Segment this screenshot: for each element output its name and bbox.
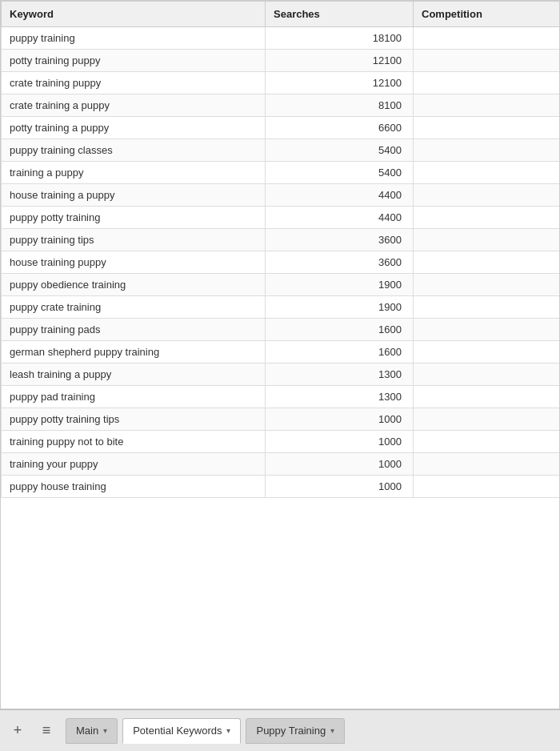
cell-searches: 1900 [266, 296, 414, 319]
cell-competition [414, 274, 561, 296]
header-searches: Searches [266, 2, 414, 27]
tab-puppy-training[interactable]: Puppy Training ▾ [246, 718, 345, 744]
cell-searches: 1300 [266, 363, 414, 386]
table-row: puppy pad training1300 [2, 386, 561, 408]
tab-bar: + ≡ Main ▾ Potential Keywords ▾ Puppy Tr… [0, 709, 560, 751]
cell-searches: 1900 [266, 274, 414, 296]
cell-keyword: potty training puppy [2, 50, 266, 72]
cell-competition [414, 319, 561, 341]
tab-main-arrow: ▾ [103, 726, 107, 735]
cell-searches: 1600 [266, 341, 414, 363]
cell-competition [414, 162, 561, 184]
header-competition: Competition [414, 2, 561, 27]
table-row: puppy training18100 [2, 27, 561, 50]
table-row: potty training a puppy6600 [2, 117, 561, 139]
cell-searches: 1600 [266, 319, 414, 341]
tab-puppy-training-label: Puppy Training [256, 725, 326, 737]
cell-keyword: puppy training classes [2, 139, 266, 162]
cell-searches: 1000 [266, 431, 414, 453]
cell-competition [414, 117, 561, 139]
cell-competition [414, 431, 561, 453]
cell-competition [414, 229, 561, 251]
table-row: house training a puppy4400 [2, 184, 561, 207]
sheet-menu-button[interactable]: ≡ [35, 720, 58, 742]
cell-keyword: german shepherd puppy training [2, 341, 266, 363]
cell-competition [414, 72, 561, 94]
table-row: puppy house training1000 [2, 476, 561, 498]
spreadsheet: Keyword Searches Competition puppy train… [0, 0, 560, 709]
table-row: crate training puppy12100 [2, 72, 561, 94]
cell-searches: 1000 [266, 476, 414, 498]
cell-competition [414, 341, 561, 363]
tab-potential-keywords[interactable]: Potential Keywords ▾ [122, 718, 241, 744]
table-row: puppy training classes5400 [2, 139, 561, 162]
cell-searches: 5400 [266, 139, 414, 162]
cell-keyword: training a puppy [2, 162, 266, 184]
cell-competition [414, 94, 561, 117]
cell-searches: 6600 [266, 117, 414, 139]
table-row: puppy potty training4400 [2, 207, 561, 229]
table-row: german shepherd puppy training1600 [2, 341, 561, 363]
cell-keyword: leash training a puppy [2, 363, 266, 386]
table-row: house training puppy3600 [2, 251, 561, 274]
table-row: training your puppy1000 [2, 453, 561, 476]
cell-keyword: puppy crate training [2, 296, 266, 319]
plus-icon: + [14, 722, 22, 739]
cell-searches: 3600 [266, 251, 414, 274]
cell-searches: 12100 [266, 72, 414, 94]
table-row: crate training a puppy8100 [2, 94, 561, 117]
table-row: training a puppy5400 [2, 162, 561, 184]
cell-searches: 4400 [266, 207, 414, 229]
cell-competition [414, 184, 561, 207]
cell-searches: 1000 [266, 408, 414, 431]
cell-searches: 3600 [266, 229, 414, 251]
table-row: puppy training pads1600 [2, 319, 561, 341]
cell-searches: 1300 [266, 386, 414, 408]
cell-keyword: puppy house training [2, 476, 266, 498]
table-row: puppy training tips3600 [2, 229, 561, 251]
menu-icon: ≡ [42, 722, 51, 739]
table-row: potty training puppy12100 [2, 50, 561, 72]
cell-competition [414, 408, 561, 431]
cell-keyword: puppy potty training [2, 207, 266, 229]
table-row: puppy potty training tips1000 [2, 408, 561, 431]
cell-keyword: puppy potty training tips [2, 408, 266, 431]
cell-keyword: crate training puppy [2, 72, 266, 94]
cell-searches: 18100 [266, 27, 414, 50]
cell-keyword: puppy obedience training [2, 274, 266, 296]
tab-bar-controls: + ≡ [6, 720, 58, 742]
cell-searches: 8100 [266, 94, 414, 117]
cell-keyword: puppy training tips [2, 229, 266, 251]
cell-keyword: puppy training pads [2, 319, 266, 341]
cell-keyword: training puppy not to bite [2, 431, 266, 453]
tab-main-label: Main [76, 725, 98, 737]
cell-keyword: training your puppy [2, 453, 266, 476]
table-row: training puppy not to bite1000 [2, 431, 561, 453]
data-table: Keyword Searches Competition puppy train… [1, 1, 560, 498]
tab-main[interactable]: Main ▾ [66, 718, 118, 744]
cell-competition [414, 50, 561, 72]
tab-potential-keywords-arrow: ▾ [226, 726, 230, 735]
cell-keyword: crate training a puppy [2, 94, 266, 117]
table-body: puppy training18100potty training puppy1… [2, 27, 561, 498]
cell-competition [414, 207, 561, 229]
cell-keyword: potty training a puppy [2, 117, 266, 139]
add-sheet-button[interactable]: + [6, 720, 29, 742]
cell-competition [414, 27, 561, 50]
tab-puppy-training-arrow: ▾ [330, 726, 334, 735]
cell-competition [414, 251, 561, 274]
cell-keyword: puppy pad training [2, 386, 266, 408]
tab-potential-keywords-label: Potential Keywords [133, 725, 222, 737]
cell-keyword: house training a puppy [2, 184, 266, 207]
table-row: puppy crate training1900 [2, 296, 561, 319]
cell-keyword: house training puppy [2, 251, 266, 274]
cell-competition [414, 296, 561, 319]
cell-searches: 12100 [266, 50, 414, 72]
cell-competition [414, 476, 561, 498]
cell-competition [414, 139, 561, 162]
cell-competition [414, 363, 561, 386]
cell-searches: 4400 [266, 184, 414, 207]
cell-searches: 1000 [266, 453, 414, 476]
cell-searches: 5400 [266, 162, 414, 184]
cell-competition [414, 386, 561, 408]
